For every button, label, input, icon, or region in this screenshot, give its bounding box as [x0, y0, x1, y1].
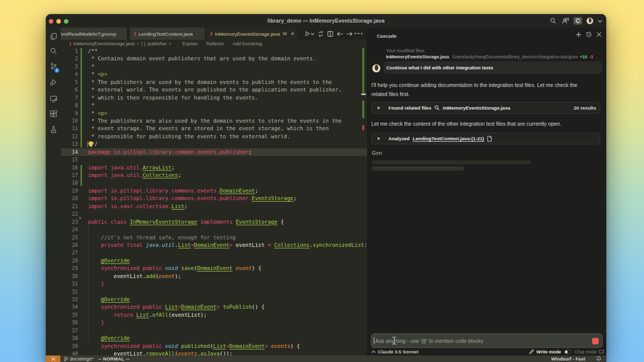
explorer-icon[interactable] [46, 30, 61, 43]
code-line-2[interactable]: 2 * Contains domain event publishers tha… [61, 55, 367, 62]
tool-call-analyzed[interactable]: Analyzed LendingTestContext.java:(1-21) [371, 133, 600, 144]
window-title: library_demo — InMemoryEventsStorage.jav… [46, 14, 606, 28]
chat-bubble-icon [599, 349, 604, 354]
code-line-35[interactable]: 35 return List.ofAll(eventList); [61, 311, 367, 319]
line-number: 29 [61, 264, 78, 272]
search-icon [434, 105, 440, 111]
testing-icon[interactable] [46, 123, 61, 136]
chevron-down-icon[interactable] [598, 17, 602, 25]
model-name[interactable]: Claude 3.5 Sonnet [378, 349, 419, 354]
accounts-icon[interactable] [561, 17, 569, 25]
tab-lendingtestcontext[interactable]: J LendingTestContext.java [130, 28, 205, 40]
tool-target-link[interactable]: LendingTestContext.java:(1-21) [413, 136, 484, 141]
git-branch-item[interactable]: docstrings* [64, 356, 93, 361]
code-line-8[interactable]: 8 * [61, 102, 367, 109]
code-line-13[interactable]: 13 */ [61, 140, 367, 148]
tab-close-icon[interactable]: ✕ [291, 31, 294, 36]
extensions-icon[interactable] [46, 107, 61, 120]
remote-indicator[interactable] [46, 355, 60, 362]
code-line-12[interactable]: 12 * responsible for publishing the even… [61, 133, 367, 140]
profile-avatar[interactable] [587, 18, 593, 24]
breadcrumbs: J InMemoryEventsStorage.java > { } publi… [61, 40, 367, 48]
code-line-33[interactable]: 33 @Override [61, 296, 367, 303]
code-line-40[interactable]: 40 eventList.removeAll(events.asJava()); [61, 350, 367, 355]
search-icon[interactable] [549, 17, 557, 25]
code-line-30[interactable]: 30 eventList.add(event); [61, 273, 367, 280]
run-dropdown-icon[interactable] [310, 30, 314, 37]
ruler-deleted-mark [362, 125, 364, 130]
indent-guide [88, 225, 89, 342]
line-number: 30 [61, 273, 78, 280]
code-line-4[interactable]: 4 * <p> [61, 70, 367, 78]
windsurf-icon[interactable] [574, 17, 582, 25]
code-line-22[interactable]: 22 [61, 210, 367, 218]
breadcrumb-file[interactable]: InMemoryEventsStorage.java [73, 41, 135, 46]
code-line-15[interactable]: 15 [61, 156, 367, 163]
chevron-up-icon[interactable] [371, 350, 376, 353]
code-line-18[interactable]: 18 [61, 179, 367, 187]
search-sidebar-icon[interactable] [46, 44, 61, 57]
code-line-24[interactable]: 24 [61, 226, 367, 233]
lens-refactor[interactable]: Refactor [206, 41, 224, 46]
lens-explain[interactable]: Explain [183, 41, 198, 46]
code-line-23[interactable]: 23public class InMemoryEventsStorage imp… [61, 218, 367, 226]
code-line-31[interactable]: 31 } [61, 280, 367, 288]
line-text: * event storage. The events are stored i… [88, 125, 329, 132]
line-number: 1 [61, 48, 78, 55]
modified-file-row[interactable]: InMemoryEventsStorage.java /Users/andyzh… [386, 54, 600, 59]
code-line-14[interactable]: 14package io.pillopl.library.common.even… [61, 148, 367, 156]
more-actions-icon[interactable]: ··· [356, 30, 362, 37]
code-line-29[interactable]: 29 synchronized public void save(DomainE… [61, 264, 367, 272]
breadcrumb-symbol[interactable]: publisher [148, 41, 167, 46]
close-panel-icon[interactable] [596, 32, 602, 37]
line-text: * responsible for publishing the events … [88, 133, 290, 140]
run-debug-icon[interactable] [46, 75, 61, 88]
new-chat-icon[interactable] [576, 32, 582, 38]
remote-explorer-icon[interactable] [46, 92, 61, 105]
line-text: eventList.add(event); [88, 273, 181, 280]
line-number: 16 [61, 164, 78, 171]
code-editor[interactable]: 1/**2 * Contains domain event publishers… [61, 48, 367, 355]
code-line-1[interactable]: 1/** [61, 48, 367, 55]
code-line-32[interactable]: 32 [61, 288, 367, 296]
mode-toggle[interactable] [564, 349, 572, 354]
code-line-36[interactable]: 36 } [61, 319, 367, 326]
history-icon[interactable] [586, 31, 592, 38]
code-line-25[interactable]: 25 //it's not thread safe, enough for te… [61, 234, 367, 241]
code-line-16[interactable]: 16import java.util.ArrayList; [61, 164, 367, 171]
code-line-3[interactable]: 3 * [61, 63, 367, 70]
user-avatar [372, 64, 380, 72]
code-line-26[interactable]: 26 private final java.util.List<DomainEv… [61, 241, 367, 249]
code-line-19[interactable]: 19import io.pillopl.library.commons.even… [61, 187, 367, 195]
source-control-icon[interactable]: 1 [46, 59, 61, 72]
navigate-forward-icon[interactable] [346, 30, 353, 37]
code-line-9[interactable]: 9 * <p> [61, 110, 367, 117]
code-line-27[interactable]: 27 [61, 249, 367, 256]
code-line-10[interactable]: 10 * The publishers are also used by the… [61, 117, 367, 125]
bell-icon[interactable] [596, 356, 601, 361]
code-line-39[interactable]: 39 synchronized public void published(Li… [61, 342, 367, 350]
tool-call-found-files[interactable]: Found related files InMemoryEventsStorag… [371, 102, 600, 114]
navigate-back-icon[interactable] [337, 30, 343, 37]
code-line-37[interactable]: 37 [61, 327, 367, 334]
open-changes-icon[interactable] [317, 30, 324, 37]
run-icon[interactable] [304, 30, 310, 37]
tab-andreadmodels[interactable]: AndReadModelsIT.groovy [61, 28, 127, 40]
code-line-7[interactable]: 7 * which is then responsible for handli… [61, 94, 367, 102]
chat-input[interactable]: Ask anything - use '@' to mention code b… [371, 333, 603, 348]
code-line-11[interactable]: 11 * event storage. The events are store… [61, 125, 367, 132]
panel-title: Cascade [377, 31, 396, 40]
code-line-5[interactable]: 5 * The publishers are used by the domai… [61, 78, 367, 86]
code-line-28[interactable]: 28 @Override [61, 257, 367, 264]
lens-add-docstring[interactable]: Add Docstring [232, 41, 262, 46]
code-line-34[interactable]: 34 synchronized public List<DomainEvent>… [61, 303, 367, 311]
code-line-6[interactable]: 6 * external world. The events are publi… [61, 86, 367, 94]
stop-button[interactable] [592, 338, 599, 344]
code-line-21[interactable]: 21import io.vavr.collection.List; [61, 203, 367, 210]
tab-inmemoryeventsstorage[interactable]: J InMemoryEventsStorage.java M ✕ [206, 28, 297, 40]
split-editor-icon[interactable] [327, 30, 334, 37]
code-line-20[interactable]: 20import io.pillopl.library.commons.even… [61, 195, 367, 202]
windsurf-status[interactable]: Windsurf - Fast [551, 356, 585, 361]
code-line-38[interactable]: 38 @Override [61, 334, 367, 342]
code-line-17[interactable]: 17import java.util.Collections; [61, 171, 367, 179]
